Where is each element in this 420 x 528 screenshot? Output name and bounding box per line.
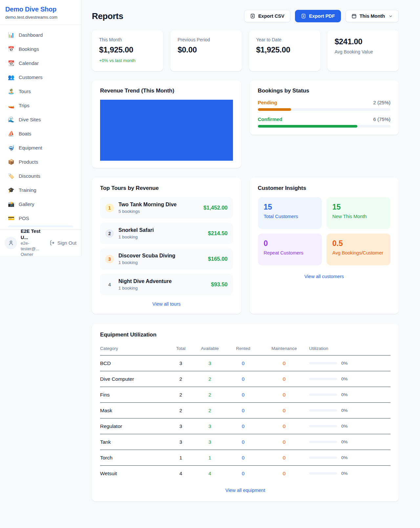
sidebar-item-label: Trips [19, 102, 30, 109]
island-icon: 🏝️ [8, 88, 14, 95]
credit-card-icon: 💳 [8, 214, 14, 222]
tour-revenue: $214.50 [208, 230, 228, 236]
utilization-bar [309, 425, 337, 427]
user-email: e2e-tester@... [21, 241, 46, 252]
dive-mask-icon: 🤿 [8, 144, 14, 152]
table-row: BCD 3 3 0 0 0% [100, 355, 390, 371]
status-count: 2 (25%) [373, 100, 390, 105]
tour-name: Snorkel Safari [118, 227, 154, 233]
stat-delta: +0% vs last month [99, 58, 156, 63]
sidebar-item-label: Dashboard [19, 31, 43, 39]
sidebar-item-equipment[interactable]: 🤿 Equipment [4, 141, 77, 155]
insight-value: 15 [332, 203, 385, 212]
sidebar-item-training[interactable]: 🎓 Training [4, 183, 77, 197]
sidebar-item-reports-partial[interactable] [8, 225, 73, 227]
calendar-icon [351, 13, 357, 19]
sidebar-item-products[interactable]: 📦 Products [4, 155, 77, 169]
camera-icon: 📸 [8, 200, 14, 208]
stat-value: $241.00 [335, 37, 391, 46]
sign-out-button[interactable]: Sign Out [50, 240, 76, 246]
progress-track [258, 125, 391, 128]
tour-name: Discover Scuba Diving [118, 253, 175, 259]
export-csv-label: Export CSV [258, 13, 284, 19]
sidebar-item-tours[interactable]: 🏝️ Tours [4, 84, 77, 98]
view-all-tours-link[interactable]: View all tours [100, 301, 233, 307]
sidebar-item-gallery[interactable]: 📸 Gallery [4, 197, 77, 211]
sailboat-icon: ⛵ [8, 130, 14, 137]
stat-label: Previous Period [178, 37, 234, 42]
stat-card-previous-period: Previous Period $0.00 [170, 30, 242, 71]
sidebar-nav: 📊 Dashboard 📅 Bookings 📆 Calendar 👥 Cust… [0, 25, 81, 227]
lists-row: Top Tours by Revenue 1 Two Tank Morning … [92, 178, 399, 314]
cell-category: Regulator [100, 418, 169, 434]
rank-badge: 4 [105, 280, 114, 289]
table-row: Regulator 3 3 0 0 0% [100, 418, 390, 434]
sidebar-item-discounts[interactable]: 🏷️ Discounts [4, 169, 77, 183]
table-row: Dive Computer 2 2 0 0 0% [100, 371, 390, 387]
wave-icon: 🌊 [8, 116, 14, 123]
sidebar-item-customers[interactable]: 👥 Customers [4, 70, 77, 84]
sidebar-item-label: Products [19, 158, 38, 166]
tour-revenue: $93.50 [211, 281, 227, 288]
cell-maintenance: 0 [259, 418, 309, 434]
cell-utilization: 0% [309, 424, 390, 429]
column-header-utilization: Utilization [309, 342, 390, 355]
cell-total: 2 [169, 387, 193, 403]
sidebar-item-trips[interactable]: 🚤 Trips [4, 98, 77, 112]
package-icon: 📦 [8, 158, 14, 166]
stat-label: Year to Date [256, 37, 313, 42]
sidebar-item-dashboard[interactable]: 📊 Dashboard [4, 28, 77, 42]
insight-value: 15 [264, 203, 316, 212]
status-label: Pending [258, 100, 277, 105]
cell-total: 4 [169, 466, 193, 481]
cell-category: Mask [100, 403, 169, 418]
user-role: Owner [21, 252, 46, 257]
sidebar-item-bookings[interactable]: 📅 Bookings [4, 42, 77, 56]
cell-maintenance: 0 [259, 434, 309, 450]
user-name: E2E Test U... [21, 228, 46, 241]
cell-available: 3 [193, 434, 227, 450]
tour-revenue: $1,452.00 [203, 205, 227, 211]
stat-card-this-month: This Month $1,925.00 +0% vs last month [92, 30, 163, 71]
charts-row: Revenue Trend (This Month) Bookings by S… [92, 80, 399, 168]
tag-icon: 🏷️ [8, 172, 14, 180]
cell-total: 2 [169, 371, 193, 387]
insight-tile-total-customers: 15 Total Customers [258, 197, 322, 229]
export-csv-button[interactable]: Export CSV [244, 10, 290, 22]
sidebar-item-calendar[interactable]: 📆 Calendar [4, 56, 77, 70]
insight-tiles: 15 Total Customers 15 New This Month 0 R… [258, 197, 391, 265]
cell-available: 3 [193, 355, 227, 371]
sidebar-item-boats[interactable]: ⛵ Boats [4, 127, 77, 141]
sidebar-item-dive-sites[interactable]: 🌊 Dive Sites [4, 112, 77, 127]
table-row: Torch 1 1 0 0 0% [100, 450, 390, 466]
equipment-utilization-panel: Equipment Utilization Category Total Ava… [92, 324, 399, 501]
sidebar-item-pos[interactable]: 💳 POS [4, 211, 77, 225]
sidebar-item-label: Equipment [19, 144, 42, 152]
cell-maintenance: 0 [259, 450, 309, 466]
insight-label: Total Customers [264, 214, 316, 219]
page-header: Reports Export CSV Export PDF This Month [92, 10, 399, 22]
table-row: Wetsuit 4 4 0 0 0% [100, 466, 390, 481]
utilization-bar [309, 457, 337, 459]
bookings-by-status-panel: Bookings by Status Pending 2 (25%) Confi… [250, 80, 399, 135]
export-pdf-button[interactable]: Export PDF [295, 10, 341, 22]
view-all-equipment-link[interactable]: View all equipment [100, 488, 390, 493]
cell-rented: 0 [227, 418, 259, 434]
utilization-bar [309, 441, 337, 443]
rank-badge: 1 [105, 204, 114, 212]
sidebar-item-label: Tours [19, 88, 31, 95]
utilization-bar [309, 378, 337, 380]
status-row-confirmed: Confirmed 6 (75%) [258, 116, 391, 128]
column-header-category: Category [100, 342, 169, 355]
cell-utilization: 0% [309, 455, 390, 460]
equipment-table: Category Total Available Rented Maintena… [100, 342, 390, 481]
utilization-bar [309, 362, 337, 364]
tour-bookings: 1 booking [118, 234, 154, 239]
cell-utilization: 0% [309, 471, 390, 476]
top-tours-title: Top Tours by Revenue [100, 185, 233, 192]
period-dropdown[interactable]: This Month [346, 10, 399, 22]
view-all-customers-link[interactable]: View all customers [258, 274, 391, 279]
customers-icon: 👥 [8, 73, 14, 81]
table-row: Tank 3 3 0 0 0% [100, 434, 390, 450]
cell-available: 2 [193, 371, 227, 387]
